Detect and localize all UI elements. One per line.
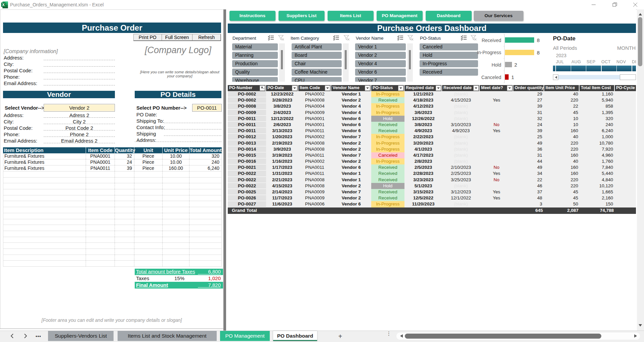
svg-text:X: X <box>2 3 5 7</box>
